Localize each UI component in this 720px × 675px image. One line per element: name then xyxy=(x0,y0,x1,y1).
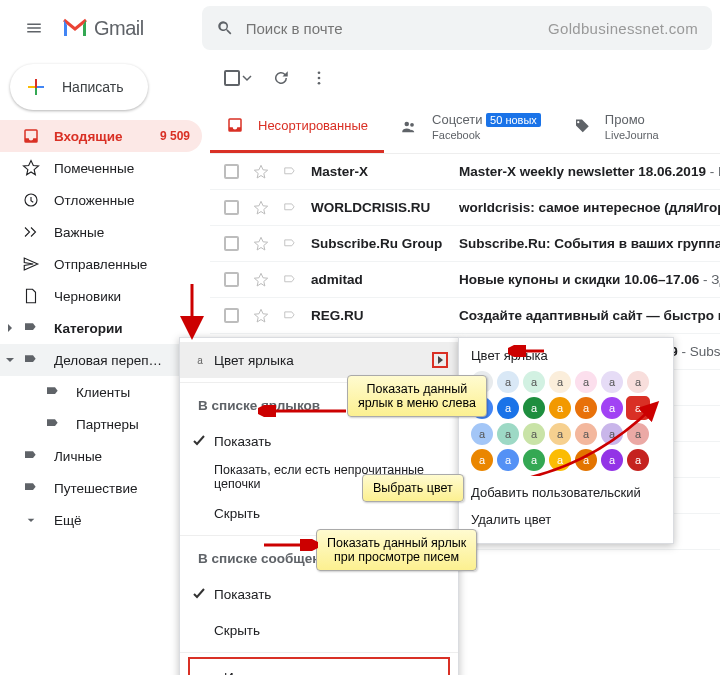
color-swatch[interactable]: a xyxy=(523,423,545,445)
color-swatch[interactable]: a xyxy=(497,371,519,393)
tab-social[interactable]: Соцсети 50 новых Facebook xyxy=(384,100,557,153)
color-swatch[interactable]: a xyxy=(575,397,597,419)
menu-item-hide-msg[interactable]: Скрыть xyxy=(180,612,458,648)
submenu-arrow-icon xyxy=(432,352,448,368)
search-input[interactable] xyxy=(246,20,386,37)
send-icon xyxy=(22,255,40,273)
sidebar-item-деловая-переписка[interactable]: Деловая переписка xyxy=(0,344,202,376)
color-swatch[interactable]: a xyxy=(549,397,571,419)
search-bar[interactable]: Goldbusinessnet.com xyxy=(202,6,712,50)
tab-promo[interactable]: Промо LiveJourna xyxy=(557,100,675,153)
mail-checkbox[interactable] xyxy=(224,200,239,215)
menu-toggle-button[interactable] xyxy=(14,8,54,48)
mail-sender: Subscribe.Ru Group xyxy=(311,236,445,251)
color-swatch[interactable]: a xyxy=(601,371,623,393)
star-icon[interactable] xyxy=(253,272,269,288)
app-logo[interactable]: Gmail xyxy=(62,17,144,40)
sidebar-item-отправленные[interactable]: Отправленные xyxy=(0,248,202,280)
add-custom-color[interactable]: Добавить пользовательский xyxy=(471,479,661,506)
color-swatch[interactable]: a xyxy=(601,397,623,419)
color-swatch[interactable]: a xyxy=(549,371,571,393)
color-swatch[interactable]: a xyxy=(575,423,597,445)
mail-checkbox[interactable] xyxy=(224,272,239,287)
refresh-button[interactable] xyxy=(272,69,290,87)
color-swatch[interactable]: a xyxy=(601,423,623,445)
sidebar-item-label: Ещё xyxy=(54,513,190,528)
sidebar-item-путешествие[interactable]: Путешествие xyxy=(0,472,202,504)
color-swatch[interactable]: a xyxy=(549,423,571,445)
mail-row[interactable]: admitadНовые купоны и скидки 10.06–17.06… xyxy=(210,262,720,298)
mail-row[interactable]: Subscribe.Ru GroupSubscribe.Ru: События … xyxy=(210,226,720,262)
sidebar-item-label: Клиенты xyxy=(76,385,190,400)
color-swatch[interactable]: a xyxy=(601,449,623,471)
hamburger-icon xyxy=(25,19,43,37)
color-swatch[interactable]: a xyxy=(523,449,545,471)
menu-item-edit[interactable]: Изменить xyxy=(190,659,448,675)
menu-item-color[interactable]: a Цвет ярлыка xyxy=(180,342,458,378)
label-icon[interactable] xyxy=(283,273,297,287)
sidebar-item-ещё[interactable]: Ещё xyxy=(0,504,202,536)
color-swatch[interactable]: a xyxy=(575,371,597,393)
color-swatch[interactable]: a xyxy=(627,449,649,471)
sidebar-item-партнеры[interactable]: Партнеры xyxy=(0,408,202,440)
mail-row[interactable]: Master-XMaster-X weekly newsletter 18.06… xyxy=(210,154,720,190)
sidebar-item-категории[interactable]: Категории xyxy=(0,312,202,344)
sidebar-item-label: Входящие xyxy=(54,129,146,144)
sidebar-item-помеченные[interactable]: Помеченные xyxy=(0,152,202,184)
color-swatch[interactable]: a xyxy=(497,397,519,419)
color-swatch-icon: a xyxy=(192,352,208,368)
sidebar-item-label: Путешествие xyxy=(54,481,190,496)
more-button[interactable] xyxy=(310,69,328,87)
sidebar-item-черновики[interactable]: Черновики xyxy=(0,280,202,312)
mail-subject: Создайте адаптивный сайт — быстро и бес xyxy=(459,308,720,323)
mail-row[interactable]: REG.RUСоздайте адаптивный сайт — быстро … xyxy=(210,298,720,334)
label-icon[interactable] xyxy=(283,309,297,323)
star-icon[interactable] xyxy=(253,308,269,324)
tab-subtitle: LiveJourna xyxy=(605,129,659,141)
color-swatch[interactable]: a xyxy=(497,423,519,445)
svg-rect-2 xyxy=(37,86,44,88)
star-icon[interactable] xyxy=(253,200,269,216)
label-icon xyxy=(44,416,62,432)
mail-sender: REG.RU xyxy=(311,308,445,323)
color-swatch[interactable]: a xyxy=(523,397,545,419)
color-swatch[interactable]: a xyxy=(497,449,519,471)
label-icon[interactable] xyxy=(283,237,297,251)
sidebar-item-важные[interactable]: Важные xyxy=(0,216,202,248)
mail-row[interactable]: WORLDCRISIS.RUworldcrisis: самое интерес… xyxy=(210,190,720,226)
mail-checkbox[interactable] xyxy=(224,308,239,323)
star-icon[interactable] xyxy=(253,236,269,252)
remove-color[interactable]: Удалить цвет xyxy=(471,506,661,533)
menu-item-show-msg[interactable]: Показать xyxy=(180,576,458,612)
mail-checkbox[interactable] xyxy=(224,164,239,179)
svg-point-8 xyxy=(318,77,321,80)
select-all-checkbox[interactable] xyxy=(224,70,252,86)
color-swatch[interactable]: a xyxy=(471,449,493,471)
color-swatch[interactable]: a xyxy=(523,371,545,393)
svg-point-11 xyxy=(410,122,414,126)
check-icon xyxy=(192,587,206,601)
color-swatch[interactable]: a xyxy=(575,449,597,471)
mail-checkbox[interactable] xyxy=(224,236,239,251)
color-swatch[interactable]: a xyxy=(627,397,649,419)
sidebar-item-отложенные[interactable]: Отложенные xyxy=(0,184,202,216)
tab-primary[interactable]: Несортированные xyxy=(210,100,384,153)
label-icon xyxy=(22,448,40,464)
label-icon[interactable] xyxy=(283,165,297,179)
label-icon[interactable] xyxy=(283,201,297,215)
inbox-icon xyxy=(226,116,244,134)
color-swatch[interactable]: a xyxy=(549,449,571,471)
sidebar-item-личные[interactable]: Личные xyxy=(0,440,202,472)
chevron-down-icon xyxy=(4,354,16,366)
color-swatch[interactable]: a xyxy=(627,371,649,393)
compose-button[interactable]: Написать xyxy=(10,64,148,110)
star-icon[interactable] xyxy=(253,164,269,180)
watermark: Goldbusinessnet.com xyxy=(548,20,698,37)
annotation-tooltip: Показать данный ярлык в меню слева xyxy=(347,375,487,417)
sidebar-item-входящие[interactable]: Входящие9 509 xyxy=(0,120,202,152)
color-swatch[interactable]: a xyxy=(471,423,493,445)
people-icon xyxy=(400,118,418,136)
sidebar-item-клиенты[interactable]: Клиенты xyxy=(0,376,202,408)
menu-item-show[interactable]: Показать xyxy=(180,423,458,459)
color-swatch[interactable]: a xyxy=(627,423,649,445)
